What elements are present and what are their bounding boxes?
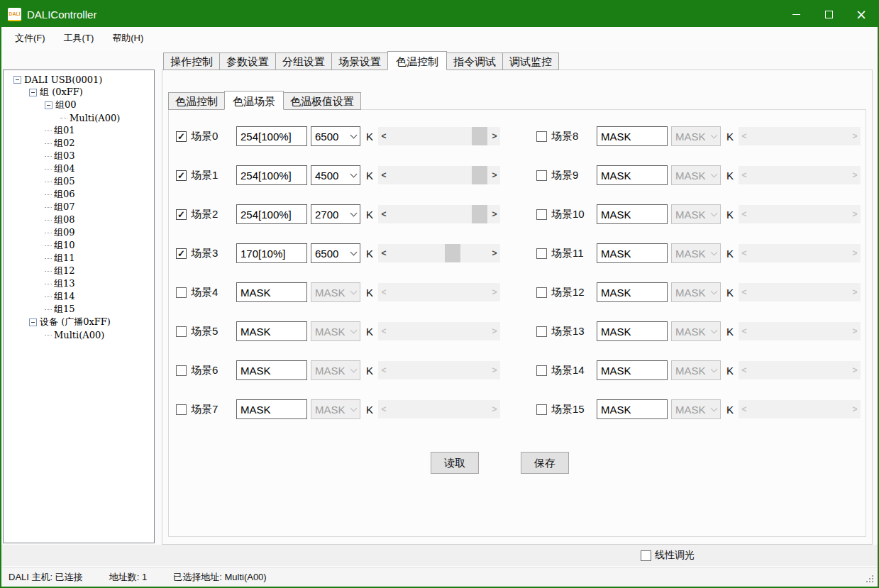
scene-11-level-input[interactable] bbox=[597, 243, 668, 263]
main-tab-4[interactable]: 色温控制 bbox=[387, 51, 447, 70]
tree-item-6[interactable]: 组03 bbox=[4, 150, 154, 162]
scene-13-temp-dropdown[interactable]: MASK bbox=[671, 321, 721, 341]
tree-item-20[interactable]: Multi(A00) bbox=[4, 328, 154, 341]
scroll-right-arrow-icon[interactable]: > bbox=[849, 248, 861, 258]
scene-12-checkbox[interactable] bbox=[536, 287, 547, 298]
scroll-left-arrow-icon[interactable]: < bbox=[378, 248, 389, 258]
tree-item-label[interactable]: 组11 bbox=[54, 252, 75, 265]
menu-item-1[interactable]: 工具(T) bbox=[55, 28, 104, 48]
tree-item-0[interactable]: DALI USB(0001) bbox=[4, 73, 154, 86]
tree-item-17[interactable]: 组14 bbox=[4, 290, 154, 303]
tree-item-5[interactable]: 组02 bbox=[4, 137, 154, 150]
linear-dimming-checkbox[interactable] bbox=[641, 550, 651, 561]
sub-tab-1[interactable]: 色温场景 bbox=[224, 91, 284, 110]
scene-6-label[interactable]: 场景6 bbox=[191, 364, 236, 377]
tree-item-label[interactable]: 设备 (广播0xFF) bbox=[40, 316, 111, 328]
scroll-right-arrow-icon[interactable]: > bbox=[489, 170, 500, 180]
tree-collapse-icon[interactable] bbox=[13, 76, 21, 84]
scene-3-checkbox[interactable]: ✓ bbox=[176, 248, 187, 259]
scene-13-checkbox[interactable] bbox=[536, 326, 547, 337]
scene-14-level-input[interactable] bbox=[597, 360, 668, 380]
tree-item-13[interactable]: 组10 bbox=[4, 239, 154, 252]
scene-3-level-input[interactable] bbox=[236, 243, 307, 263]
scene-8-level-input[interactable] bbox=[597, 126, 668, 146]
scene-10-checkbox[interactable] bbox=[536, 209, 547, 220]
tree-item-7[interactable]: 组04 bbox=[4, 162, 154, 175]
tree-item-label[interactable]: 组08 bbox=[54, 213, 75, 226]
scene-0-level-input[interactable] bbox=[236, 126, 307, 146]
tree-item-12[interactable]: 组09 bbox=[4, 226, 154, 239]
scroll-right-arrow-icon[interactable]: > bbox=[849, 287, 861, 297]
scene-2-temp-dropdown[interactable]: 2700 bbox=[311, 204, 360, 224]
tree-item-label[interactable]: 组03 bbox=[54, 150, 75, 162]
tree-item-label[interactable]: 组15 bbox=[54, 303, 75, 316]
tree-collapse-icon[interactable] bbox=[29, 89, 37, 96]
scroll-left-arrow-icon[interactable]: < bbox=[378, 365, 389, 375]
scroll-left-arrow-icon[interactable]: < bbox=[378, 170, 389, 180]
tree-item-label[interactable]: 组01 bbox=[54, 124, 75, 137]
scene-2-label[interactable]: 场景2 bbox=[191, 208, 236, 221]
main-tab-6[interactable]: 调试监控 bbox=[502, 52, 559, 70]
scene-15-temp-scrollbar[interactable]: <> bbox=[739, 400, 861, 418]
scene-9-checkbox[interactable] bbox=[536, 170, 547, 181]
tree-item-14[interactable]: 组11 bbox=[4, 252, 154, 265]
scene-5-temp-dropdown[interactable]: MASK bbox=[311, 321, 360, 341]
scroll-left-arrow-icon[interactable]: < bbox=[739, 131, 750, 141]
scene-3-temp-scrollbar[interactable]: <> bbox=[378, 244, 500, 262]
scrollbar-thumb[interactable] bbox=[472, 166, 487, 184]
scroll-right-arrow-icon[interactable]: > bbox=[489, 248, 500, 258]
scroll-right-arrow-icon[interactable]: > bbox=[849, 326, 861, 336]
tree-item-label[interactable]: 组05 bbox=[54, 175, 75, 188]
tree-item-label[interactable]: 组00 bbox=[55, 99, 77, 111]
scene-1-level-input[interactable] bbox=[236, 165, 307, 185]
scene-13-temp-scrollbar[interactable]: <> bbox=[739, 322, 861, 340]
scene-8-temp-scrollbar[interactable]: <> bbox=[739, 127, 861, 145]
scroll-right-arrow-icon[interactable]: > bbox=[849, 170, 861, 180]
scene-9-label[interactable]: 场景9 bbox=[551, 169, 597, 182]
scene-13-label[interactable]: 场景13 bbox=[551, 325, 597, 338]
scrollbar-thumb[interactable] bbox=[472, 205, 487, 223]
main-tab-0[interactable]: 操作控制 bbox=[163, 52, 220, 70]
scene-12-label[interactable]: 场景12 bbox=[551, 286, 597, 299]
tree-item-label[interactable]: Multi(A00) bbox=[54, 330, 104, 340]
scrollbar-thumb[interactable] bbox=[472, 127, 487, 145]
tree-item-19[interactable]: 设备 (广播0xFF) bbox=[4, 316, 154, 328]
scrollbar-track[interactable] bbox=[389, 244, 489, 262]
scene-15-level-input[interactable] bbox=[597, 399, 668, 419]
scene-10-temp-scrollbar[interactable]: <> bbox=[739, 205, 861, 223]
scene-10-label[interactable]: 场景10 bbox=[551, 208, 597, 221]
scene-6-checkbox[interactable] bbox=[176, 365, 187, 376]
sub-tab-2[interactable]: 色温极值设置 bbox=[283, 92, 361, 110]
scroll-right-arrow-icon[interactable]: > bbox=[489, 287, 500, 297]
tree-item-label[interactable]: 组02 bbox=[54, 137, 75, 150]
scroll-right-arrow-icon[interactable]: > bbox=[849, 131, 861, 141]
main-tab-3[interactable]: 场景设置 bbox=[331, 52, 388, 70]
scene-12-level-input[interactable] bbox=[597, 282, 668, 302]
tree-item-label[interactable]: 组12 bbox=[54, 265, 75, 277]
scene-2-level-input[interactable] bbox=[236, 204, 307, 224]
scene-8-label[interactable]: 场景8 bbox=[551, 130, 597, 143]
tree-item-11[interactable]: 组08 bbox=[4, 213, 154, 226]
scroll-right-arrow-icon[interactable]: > bbox=[849, 209, 861, 219]
scene-14-label[interactable]: 场景14 bbox=[551, 364, 597, 377]
scene-7-label[interactable]: 场景7 bbox=[191, 403, 236, 416]
close-button[interactable]: × bbox=[845, 1, 878, 27]
scene-9-temp-dropdown[interactable]: MASK bbox=[671, 165, 721, 185]
menu-item-0[interactable]: 文件(F) bbox=[6, 28, 55, 48]
scene-6-temp-scrollbar[interactable]: <> bbox=[378, 361, 500, 379]
scroll-right-arrow-icon[interactable]: > bbox=[489, 209, 500, 219]
scene-5-level-input[interactable] bbox=[236, 321, 307, 341]
tree-item-label[interactable]: 组09 bbox=[54, 226, 75, 239]
scroll-left-arrow-icon[interactable]: < bbox=[739, 287, 750, 297]
scrollbar-track[interactable] bbox=[389, 205, 489, 223]
tree-item-label[interactable]: 组04 bbox=[54, 162, 75, 175]
scene-0-label[interactable]: 场景0 bbox=[191, 130, 236, 143]
scroll-left-arrow-icon[interactable]: < bbox=[739, 170, 750, 180]
tree-item-label[interactable]: 组07 bbox=[54, 201, 75, 213]
scroll-left-arrow-icon[interactable]: < bbox=[378, 404, 389, 414]
scene-15-temp-dropdown[interactable]: MASK bbox=[671, 399, 721, 419]
menu-item-2[interactable]: 帮助(H) bbox=[103, 28, 153, 48]
scene-7-level-input[interactable] bbox=[236, 399, 307, 419]
scrollbar-thumb[interactable] bbox=[445, 244, 460, 262]
scrollbar-track[interactable] bbox=[389, 166, 489, 184]
